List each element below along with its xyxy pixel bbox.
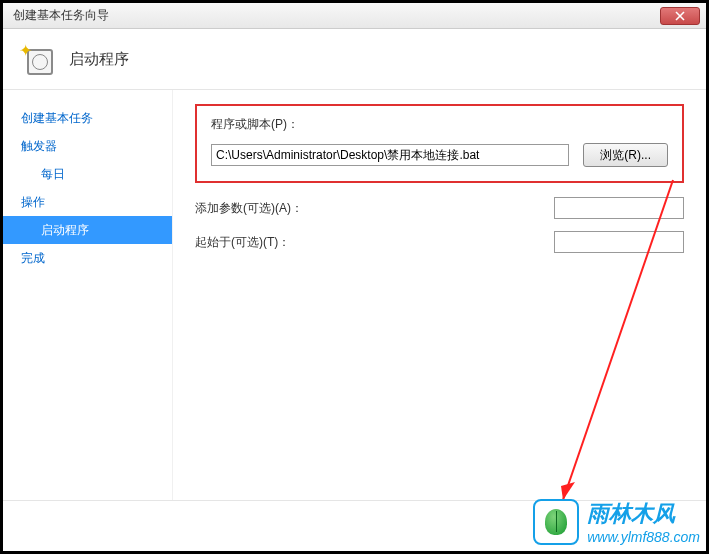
sidebar-item-start-program[interactable]: 启动程序 — [3, 216, 172, 244]
watermark-logo-icon — [533, 499, 579, 545]
args-label: 添加参数(可选)(A)： — [195, 200, 315, 217]
sidebar-item-action[interactable]: 操作 — [3, 188, 172, 216]
startin-input[interactable] — [554, 231, 684, 253]
wizard-step-title: 启动程序 — [69, 50, 129, 69]
args-input[interactable] — [554, 197, 684, 219]
wizard-window: 创建基本任务向导 ✦ 启动程序 创建基本任务 触发器 每日 操作 启动程序 完成 — [0, 0, 709, 554]
watermark-brand: 雨林木风 — [587, 501, 675, 526]
sidebar-item-daily[interactable]: 每日 — [3, 160, 172, 188]
watermark-url: www.ylmf888.com — [587, 529, 700, 545]
wizard-icon: ✦ — [21, 43, 53, 75]
wizard-content: 程序或脚本(P)： 浏览(R)... 添加参数(可选)(A)： 起始于(可选)(… — [173, 90, 706, 500]
window-title: 创建基本任务向导 — [9, 7, 109, 24]
wizard-body: 创建基本任务 触发器 每日 操作 启动程序 完成 程序或脚本(P)： 浏览(R)… — [3, 89, 706, 501]
watermark: 雨林木风 www.ylmf888.com — [533, 499, 700, 545]
close-button[interactable] — [660, 7, 700, 25]
wizard-header: ✦ 启动程序 — [3, 29, 706, 89]
svg-marker-3 — [561, 482, 575, 500]
browse-button[interactable]: 浏览(R)... — [583, 143, 668, 167]
close-icon — [675, 11, 685, 21]
startin-label: 起始于(可选)(T)： — [195, 234, 315, 251]
wizard-sidebar: 创建基本任务 触发器 每日 操作 启动程序 完成 — [3, 90, 173, 500]
sidebar-item-finish[interactable]: 完成 — [3, 244, 172, 272]
script-path-input[interactable] — [211, 144, 569, 166]
sidebar-item-create-task[interactable]: 创建基本任务 — [3, 104, 172, 132]
titlebar: 创建基本任务向导 — [3, 3, 706, 29]
highlight-annotation: 程序或脚本(P)： 浏览(R)... — [195, 104, 684, 183]
sidebar-item-trigger[interactable]: 触发器 — [3, 132, 172, 160]
script-label: 程序或脚本(P)： — [211, 116, 299, 133]
